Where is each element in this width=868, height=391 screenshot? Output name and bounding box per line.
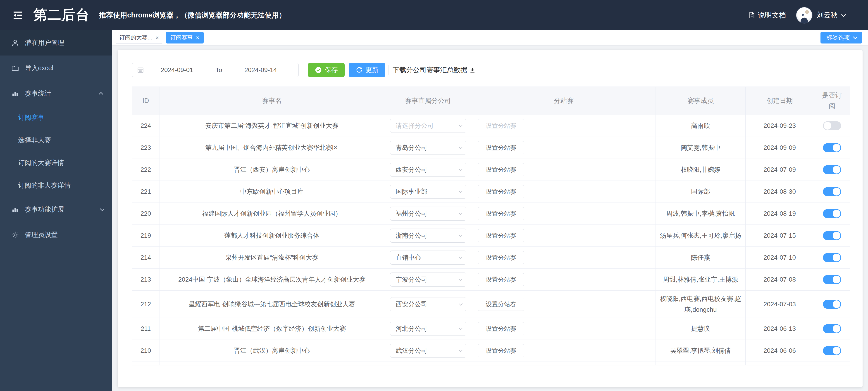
set-sub-station-button[interactable]: 设置分站赛: [478, 229, 524, 242]
cell-created-date: 2024-08-19: [746, 203, 814, 225]
cell-id: 214: [132, 247, 160, 269]
company-select[interactable]: 武汉分公司: [390, 344, 466, 358]
company-select[interactable]: 请选择分公司: [390, 119, 466, 133]
cell-members: 周波,韩振中,李樾,萧怡帆: [656, 203, 746, 225]
col-header-sub-station: 分站赛: [472, 87, 656, 115]
set-sub-station-button[interactable]: 设置分站赛: [478, 322, 524, 335]
subscribe-toggle[interactable]: [823, 209, 841, 218]
top-header: 第二后台 推荐使用chrome浏览器，（微信浏览器部分功能无法使用） 说明文档 …: [0, 0, 868, 30]
sidebar-item-select-non-major[interactable]: 选择非大赛: [0, 129, 112, 151]
sidebar-item-admin-settings[interactable]: 管理员设置: [0, 222, 112, 248]
subscribe-toggle[interactable]: [823, 187, 841, 196]
save-button[interactable]: 保存: [308, 63, 345, 77]
cell-members: 权晓阳,西电赛,西电校友赛,赵瑛,dongchu: [656, 291, 746, 318]
chevron-down-icon: [459, 123, 463, 127]
sidebar-item-match-extensions[interactable]: 赛事功能扩展: [0, 197, 112, 222]
matches-table: ID 赛事名 赛事直属分公司 分站赛 赛事成员 创建日期 是否订阅 224安庆市…: [132, 87, 850, 365]
cell-sub-station: 设置分站赛: [472, 318, 656, 340]
subscribe-toggle[interactable]: [823, 253, 841, 262]
cell-created-date: 2024-09-09: [746, 137, 814, 159]
sidebar-item-potential-users[interactable]: 潜在用户管理: [0, 30, 112, 56]
company-select[interactable]: 福州分公司: [390, 206, 466, 221]
company-select-value: 青岛分公司: [396, 142, 459, 153]
subscribe-toggle[interactable]: [823, 143, 841, 152]
company-select[interactable]: 河北分公司: [390, 322, 466, 336]
set-sub-station-button[interactable]: 设置分站赛: [478, 185, 524, 198]
update-button[interactable]: 更新: [349, 63, 385, 77]
toggle-knob: [833, 254, 840, 261]
cell-subscribed: [814, 181, 850, 203]
user-menu[interactable]: 刘云秋: [817, 10, 844, 20]
close-icon[interactable]: ×: [155, 35, 159, 40]
sidebar-item-import-excel[interactable]: 导入excel: [0, 56, 112, 81]
company-select[interactable]: 青岛分公司: [390, 141, 466, 155]
company-select[interactable]: 直销中心: [390, 251, 466, 264]
subscribe-toggle[interactable]: [823, 324, 841, 333]
company-select-value: 宁波分公司: [396, 274, 459, 285]
sidebar-collapse-icon[interactable]: [12, 9, 24, 21]
set-sub-station-button[interactable]: 设置分站赛: [478, 207, 524, 220]
table-row: 220福建国际人才创新创业园（福州留学人员创业园）福州分公司设置分站赛周波,韩振…: [132, 203, 850, 225]
sidebar-item-subscribed-non-major-details[interactable]: 订阅的非大赛详情: [0, 174, 112, 197]
set-sub-station-button[interactable]: 设置分站赛: [478, 298, 524, 311]
chevron-down-icon: [459, 211, 463, 215]
docs-link[interactable]: 说明文档: [748, 10, 786, 20]
cell-subscribed: [814, 291, 850, 318]
company-select[interactable]: 西安分公司: [390, 297, 466, 311]
cell-id: 223: [132, 137, 160, 159]
cell-created-date: 2024-06-06: [746, 340, 814, 362]
sidebar-item-match-stats[interactable]: 赛事统计: [0, 81, 112, 106]
cell-sub-station: 设置分站赛: [472, 291, 656, 318]
refresh-icon: [355, 66, 363, 74]
subscribe-toggle[interactable]: [823, 231, 841, 240]
cell-company: 请选择分公司: [384, 115, 472, 137]
cell-sub-station: 设置分站赛: [472, 269, 656, 291]
table-row: 210晋江（武汉）离岸创新中心武汉分公司设置分站赛吴翠翠,李艳琴,刘倩倩2024…: [132, 340, 850, 362]
set-sub-station-button[interactable]: 设置分站赛: [478, 273, 524, 286]
chevron-down-icon: [459, 277, 463, 281]
toggle-knob: [833, 188, 840, 196]
subscribe-toggle[interactable]: [823, 300, 841, 309]
subscribe-toggle[interactable]: [823, 275, 841, 284]
subscribe-toggle[interactable]: [823, 121, 841, 130]
set-sub-station-button[interactable]: 设置分站赛: [478, 344, 524, 357]
empty-cell: [160, 362, 384, 365]
cell-id: 211: [132, 318, 160, 340]
company-select[interactable]: 西安分公司: [390, 163, 466, 177]
company-select[interactable]: 宁波分公司: [390, 273, 466, 286]
date-range-picker[interactable]: 2024-09-01 To 2024-09-14: [132, 63, 299, 77]
set-sub-station-button[interactable]: 设置分站赛: [478, 251, 524, 264]
cell-created-date: 2024-07-03: [746, 291, 814, 318]
chevron-down-icon: [459, 326, 463, 330]
set-sub-station-button[interactable]: 设置分站赛: [478, 119, 524, 132]
cell-match-name: 中东欧创新中心项目库: [160, 181, 384, 203]
tag-options-button[interactable]: 标签选项: [820, 32, 862, 44]
company-select[interactable]: 国际事业部: [390, 185, 466, 199]
chevron-down-icon: [459, 255, 463, 259]
sidebar-item-subscribed-major-details[interactable]: 订阅的大赛详情: [0, 151, 112, 174]
cell-id: 219: [132, 225, 160, 247]
table-row: 221中东欧创新中心项目库国际事业部设置分站赛国际部2024-08-30: [132, 181, 850, 203]
table-header-row: ID 赛事名 赛事直属分公司 分站赛 赛事成员 创建日期 是否订阅: [132, 87, 850, 115]
company-select[interactable]: 浙南分公司: [390, 229, 466, 243]
app-title: 第二后台: [33, 6, 90, 24]
subscribe-toggle[interactable]: [823, 165, 841, 174]
subscribe-toggle[interactable]: [823, 346, 841, 355]
calendar-icon: [137, 66, 144, 74]
tab-subscribed-matches[interactable]: 订阅赛事 ×: [166, 32, 204, 44]
chevron-down-icon: [459, 167, 463, 171]
cell-subscribed: [814, 247, 850, 269]
close-icon[interactable]: ×: [196, 35, 199, 40]
date-range-separator: To: [210, 66, 228, 74]
cell-members: 高雨欣: [656, 115, 746, 137]
set-sub-station-button[interactable]: 设置分站赛: [478, 141, 524, 154]
user-icon: [11, 38, 20, 47]
cell-match-name: 安庆市第二届“海聚英才·智汇宜城”创新创业大赛: [160, 115, 384, 137]
cell-sub-station: 设置分站赛: [472, 247, 656, 269]
download-summary-link[interactable]: 下载分公司赛事汇总数据: [393, 65, 476, 75]
avatar[interactable]: [796, 7, 812, 24]
chevron-down-icon: [459, 145, 463, 149]
sidebar-item-subscribed-matches[interactable]: 订阅赛事: [0, 106, 112, 129]
tab-subscribed-major-details[interactable]: 订阅的大赛... ×: [115, 32, 163, 44]
set-sub-station-button[interactable]: 设置分站赛: [478, 163, 524, 176]
